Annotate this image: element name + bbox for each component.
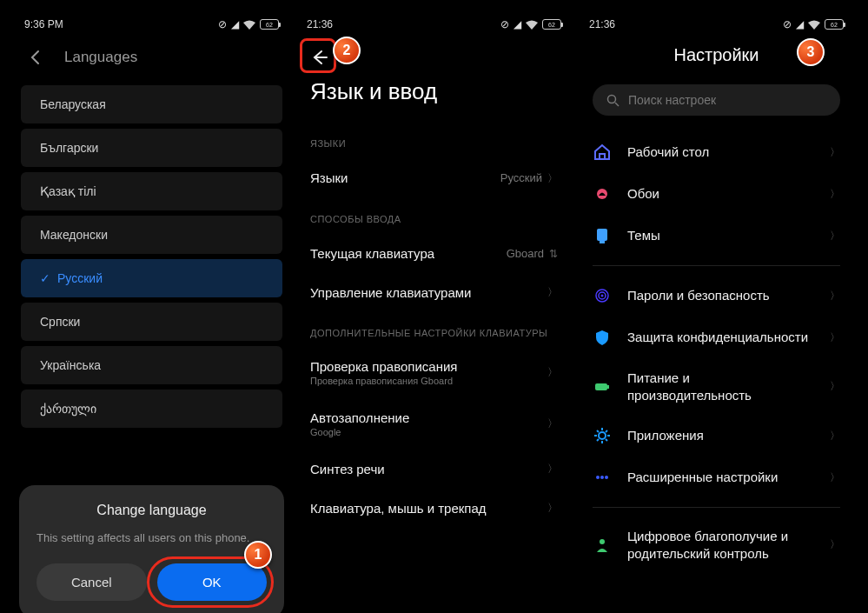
language-item[interactable]: ქართული	[21, 390, 282, 428]
language-item[interactable]: Български	[21, 129, 282, 167]
row-tts[interactable]: Синтез речи 〉	[295, 450, 573, 489]
svg-rect-3	[597, 229, 607, 241]
settings-item[interactable]: Рабочий стол〉	[577, 131, 856, 173]
section-languages: ЯЗЫКИ	[295, 123, 573, 157]
chevron-right-icon: 〉	[547, 416, 558, 431]
row-kmt[interactable]: Клавиатура, мышь и трекпад 〉	[295, 489, 573, 528]
status-bar: 21:36 ⊘ ◢ 62	[295, 12, 573, 37]
dnd-icon: ⊘	[783, 18, 792, 30]
svg-point-14	[600, 539, 605, 544]
svg-point-12	[600, 476, 604, 479]
settings-item[interactable]: Приложения〉	[577, 415, 856, 456]
search-icon	[606, 94, 620, 107]
dialog-title: Change language	[36, 503, 267, 518]
wifi-icon	[243, 20, 255, 30]
chevron-right-icon: 〉	[830, 187, 840, 202]
settings-item[interactable]: Темы〉	[577, 215, 856, 257]
language-item[interactable]: Беларуская	[21, 85, 282, 123]
svg-line-1	[615, 103, 619, 106]
language-item[interactable]: Македонски	[21, 216, 282, 254]
battery-icon: 62	[542, 19, 561, 30]
settings-item[interactable]: Цифровое благополучие и родительский кон…	[577, 516, 856, 573]
language-item[interactable]: Қазақ тілі	[21, 172, 282, 210]
screen-languages: 9:36 PM ⊘ ◢ 62 Languages БеларускаяБълга…	[12, 12, 291, 613]
clock: 21:36	[589, 18, 615, 30]
row-label: Клавиатура, мышь и трекпад	[310, 501, 487, 516]
svg-rect-9	[607, 385, 609, 389]
svg-point-13	[605, 476, 608, 479]
chevron-right-icon: 〉	[830, 379, 840, 394]
settings-list: Рабочий стол〉Обои〉Темы〉Пароли и безопасн…	[577, 131, 856, 573]
svg-point-7	[601, 295, 604, 297]
dots-icon	[593, 468, 612, 487]
page-title: Languages	[64, 49, 137, 66]
header: Languages	[12, 37, 291, 85]
signal-icon: ◢	[514, 18, 521, 30]
section-input: СПОСОБЫ ВВОДА	[295, 198, 573, 233]
dialog-message: This setting affects all users on this p…	[36, 530, 267, 546]
row-label: Автозаполнение	[310, 410, 547, 425]
screen-lang-input: 21:36 ⊘ ◢ 62 2 Язык и ввод ЯЗЫКИ Языки Р…	[295, 12, 573, 613]
status-bar: 9:36 PM ⊘ ◢ 62	[12, 12, 291, 37]
ok-button[interactable]: OK	[157, 563, 268, 601]
settings-item[interactable]: Питание и производительность〉	[577, 358, 856, 415]
settings-item-label: Темы	[627, 227, 814, 244]
settings-item-label: Рабочий стол	[627, 143, 814, 161]
svg-rect-8	[595, 383, 607, 390]
chevron-right-icon: 〉	[830, 289, 840, 303]
signal-icon: ◢	[231, 18, 239, 30]
settings-item[interactable]: Расширенные настройки〉	[577, 456, 856, 498]
settings-item-label: Обои	[627, 185, 814, 203]
language-item[interactable]: Русский	[21, 259, 282, 297]
battery-icon	[593, 377, 612, 396]
chevron-right-icon: 〉	[547, 285, 558, 300]
divider	[593, 265, 840, 266]
row-value: Gboard	[507, 247, 544, 260]
settings-item[interactable]: Пароли и безопасность〉	[577, 275, 856, 316]
dnd-icon: ⊘	[218, 18, 227, 30]
chevron-right-icon: 〉	[830, 537, 840, 552]
screen-settings: 21:36 ⊘ ◢ 62 Настройки 3 Поиск настроек …	[577, 12, 856, 613]
battery-icon: 62	[825, 19, 844, 30]
language-item[interactable]: Українська	[21, 346, 282, 384]
change-language-dialog: Change language This setting affects all…	[19, 485, 284, 613]
svg-point-10	[599, 432, 606, 439]
themes-icon	[593, 226, 612, 245]
fingerprint-icon	[593, 286, 612, 305]
page-title: Язык и ввод	[295, 75, 573, 123]
chevron-right-icon: 〉	[830, 429, 840, 443]
status-icons: ⊘ ◢ 62	[783, 18, 844, 30]
clock: 21:36	[307, 18, 333, 30]
cancel-button[interactable]: Cancel	[36, 563, 147, 601]
gear-icon	[593, 426, 612, 445]
section-extra: ДОПОЛНИТЕЛЬНЫЕ НАСТРОЙКИ КЛАВИАТУРЫ	[295, 312, 573, 347]
wifi-icon	[526, 20, 538, 30]
settings-item[interactable]: Обои〉	[577, 173, 856, 215]
row-autofill[interactable]: Автозаполнение Google 〉	[295, 398, 573, 450]
chevron-right-icon: 〉	[547, 501, 558, 516]
row-sublabel: Google	[310, 427, 547, 437]
settings-item-label: Защита конфиденциальности	[627, 329, 814, 346]
back-button[interactable]	[24, 45, 49, 70]
svg-point-11	[596, 476, 600, 479]
settings-item-label: Пароли и безопасность	[627, 287, 814, 304]
shield-icon	[593, 328, 612, 347]
step-badge-2: 2	[333, 37, 361, 64]
header: 2	[295, 37, 573, 75]
back-button[interactable]	[307, 45, 331, 70]
row-current-keyboard[interactable]: Текущая клавиатура Gboard⇅	[295, 233, 573, 273]
divider	[593, 507, 840, 508]
search-input[interactable]: Поиск настроек	[593, 84, 840, 116]
dnd-icon: ⊘	[500, 18, 509, 30]
row-manage-keyboards[interactable]: Управление клавиатурами 〉	[295, 273, 573, 312]
step-badge-1: 1	[244, 541, 272, 569]
chevron-right-icon: 〉	[830, 145, 840, 160]
svg-point-0	[608, 95, 616, 103]
chevron-right-icon: 〉	[830, 229, 840, 243]
row-languages[interactable]: Языки Русский〉	[295, 157, 573, 198]
settings-item-label: Расширенные настройки	[627, 469, 814, 486]
settings-item[interactable]: Защита конфиденциальности〉	[577, 316, 856, 358]
row-label: Языки	[310, 170, 348, 185]
language-item[interactable]: Српски	[21, 303, 282, 341]
row-spellcheck[interactable]: Проверка правописания Проверка правописа…	[295, 347, 573, 398]
